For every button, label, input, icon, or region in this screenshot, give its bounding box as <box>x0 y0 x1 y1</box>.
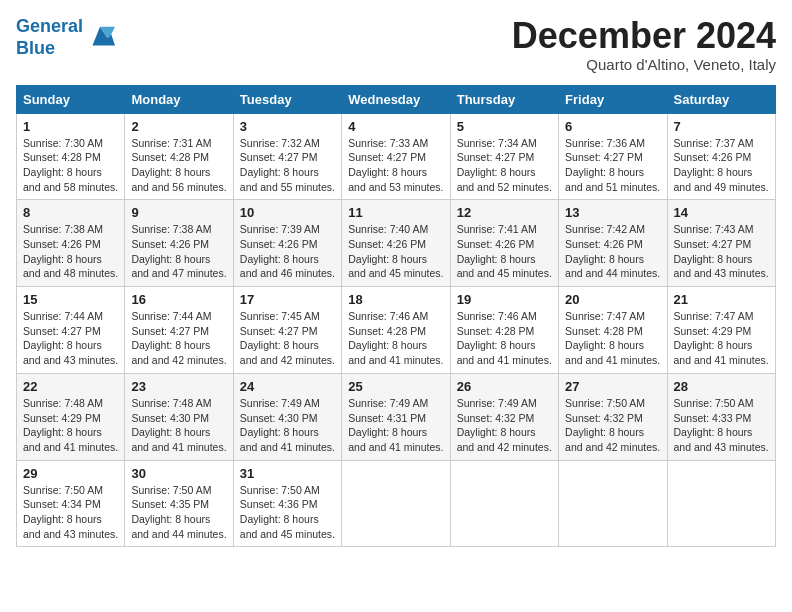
day-info: Sunrise: 7:49 AMSunset: 4:31 PMDaylight:… <box>348 396 443 455</box>
page-header: General Blue December 2024 Quarto d'Alti… <box>16 16 776 73</box>
day-info: Sunrise: 7:45 AMSunset: 4:27 PMDaylight:… <box>240 309 335 368</box>
day-info: Sunrise: 7:46 AMSunset: 4:28 PMDaylight:… <box>348 309 443 368</box>
day-info: Sunrise: 7:44 AMSunset: 4:27 PMDaylight:… <box>131 309 226 368</box>
col-tuesday: Tuesday <box>233 85 341 113</box>
calendar-week-row: 15 Sunrise: 7:44 AMSunset: 4:27 PMDaylig… <box>17 287 776 374</box>
col-wednesday: Wednesday <box>342 85 450 113</box>
table-row: 16 Sunrise: 7:44 AMSunset: 4:27 PMDaylig… <box>125 287 233 374</box>
table-row: 21 Sunrise: 7:47 AMSunset: 4:29 PMDaylig… <box>667 287 775 374</box>
table-row: 29 Sunrise: 7:50 AMSunset: 4:34 PMDaylig… <box>17 460 125 547</box>
day-number: 3 <box>240 119 335 134</box>
day-number: 16 <box>131 292 226 307</box>
col-sunday: Sunday <box>17 85 125 113</box>
table-row: 11 Sunrise: 7:40 AMSunset: 4:26 PMDaylig… <box>342 200 450 287</box>
table-row: 18 Sunrise: 7:46 AMSunset: 4:28 PMDaylig… <box>342 287 450 374</box>
day-number: 23 <box>131 379 226 394</box>
day-info: Sunrise: 7:41 AMSunset: 4:26 PMDaylight:… <box>457 222 552 281</box>
day-number: 8 <box>23 205 118 220</box>
table-row: 15 Sunrise: 7:44 AMSunset: 4:27 PMDaylig… <box>17 287 125 374</box>
table-row <box>667 460 775 547</box>
day-info: Sunrise: 7:49 AMSunset: 4:30 PMDaylight:… <box>240 396 335 455</box>
table-row: 9 Sunrise: 7:38 AMSunset: 4:26 PMDayligh… <box>125 200 233 287</box>
logo: General Blue <box>16 16 115 59</box>
day-info: Sunrise: 7:34 AMSunset: 4:27 PMDaylight:… <box>457 136 552 195</box>
table-row: 7 Sunrise: 7:37 AMSunset: 4:26 PMDayligh… <box>667 113 775 200</box>
day-number: 27 <box>565 379 660 394</box>
table-row: 24 Sunrise: 7:49 AMSunset: 4:30 PMDaylig… <box>233 373 341 460</box>
day-number: 5 <box>457 119 552 134</box>
calendar-header-row: Sunday Monday Tuesday Wednesday Thursday… <box>17 85 776 113</box>
table-row: 17 Sunrise: 7:45 AMSunset: 4:27 PMDaylig… <box>233 287 341 374</box>
day-info: Sunrise: 7:50 AMSunset: 4:34 PMDaylight:… <box>23 483 118 542</box>
day-info: Sunrise: 7:30 AMSunset: 4:28 PMDaylight:… <box>23 136 118 195</box>
day-number: 22 <box>23 379 118 394</box>
day-number: 31 <box>240 466 335 481</box>
day-info: Sunrise: 7:50 AMSunset: 4:33 PMDaylight:… <box>674 396 769 455</box>
day-info: Sunrise: 7:50 AMSunset: 4:36 PMDaylight:… <box>240 483 335 542</box>
day-number: 4 <box>348 119 443 134</box>
day-number: 28 <box>674 379 769 394</box>
table-row: 28 Sunrise: 7:50 AMSunset: 4:33 PMDaylig… <box>667 373 775 460</box>
day-info: Sunrise: 7:50 AMSunset: 4:32 PMDaylight:… <box>565 396 660 455</box>
day-info: Sunrise: 7:36 AMSunset: 4:27 PMDaylight:… <box>565 136 660 195</box>
table-row: 26 Sunrise: 7:49 AMSunset: 4:32 PMDaylig… <box>450 373 558 460</box>
day-number: 14 <box>674 205 769 220</box>
day-info: Sunrise: 7:38 AMSunset: 4:26 PMDaylight:… <box>23 222 118 281</box>
table-row: 23 Sunrise: 7:48 AMSunset: 4:30 PMDaylig… <box>125 373 233 460</box>
day-info: Sunrise: 7:43 AMSunset: 4:27 PMDaylight:… <box>674 222 769 281</box>
logo-blue: Blue <box>16 38 55 58</box>
table-row <box>559 460 667 547</box>
day-number: 1 <box>23 119 118 134</box>
day-info: Sunrise: 7:40 AMSunset: 4:26 PMDaylight:… <box>348 222 443 281</box>
month-title: December 2024 <box>512 16 776 56</box>
table-row: 6 Sunrise: 7:36 AMSunset: 4:27 PMDayligh… <box>559 113 667 200</box>
day-info: Sunrise: 7:42 AMSunset: 4:26 PMDaylight:… <box>565 222 660 281</box>
table-row <box>342 460 450 547</box>
location-title: Quarto d'Altino, Veneto, Italy <box>512 56 776 73</box>
table-row: 13 Sunrise: 7:42 AMSunset: 4:26 PMDaylig… <box>559 200 667 287</box>
col-saturday: Saturday <box>667 85 775 113</box>
day-info: Sunrise: 7:48 AMSunset: 4:30 PMDaylight:… <box>131 396 226 455</box>
title-block: December 2024 Quarto d'Altino, Veneto, I… <box>512 16 776 73</box>
table-row: 10 Sunrise: 7:39 AMSunset: 4:26 PMDaylig… <box>233 200 341 287</box>
logo-general: General <box>16 16 83 36</box>
day-info: Sunrise: 7:47 AMSunset: 4:29 PMDaylight:… <box>674 309 769 368</box>
logo-icon <box>85 23 115 53</box>
day-number: 30 <box>131 466 226 481</box>
day-number: 12 <box>457 205 552 220</box>
day-number: 26 <box>457 379 552 394</box>
day-number: 25 <box>348 379 443 394</box>
day-number: 18 <box>348 292 443 307</box>
col-monday: Monday <box>125 85 233 113</box>
calendar-week-row: 22 Sunrise: 7:48 AMSunset: 4:29 PMDaylig… <box>17 373 776 460</box>
day-info: Sunrise: 7:47 AMSunset: 4:28 PMDaylight:… <box>565 309 660 368</box>
table-row: 5 Sunrise: 7:34 AMSunset: 4:27 PMDayligh… <box>450 113 558 200</box>
col-friday: Friday <box>559 85 667 113</box>
day-number: 21 <box>674 292 769 307</box>
table-row: 1 Sunrise: 7:30 AMSunset: 4:28 PMDayligh… <box>17 113 125 200</box>
day-number: 9 <box>131 205 226 220</box>
table-row: 12 Sunrise: 7:41 AMSunset: 4:26 PMDaylig… <box>450 200 558 287</box>
table-row: 25 Sunrise: 7:49 AMSunset: 4:31 PMDaylig… <box>342 373 450 460</box>
calendar-week-row: 1 Sunrise: 7:30 AMSunset: 4:28 PMDayligh… <box>17 113 776 200</box>
day-number: 6 <box>565 119 660 134</box>
calendar-week-row: 8 Sunrise: 7:38 AMSunset: 4:26 PMDayligh… <box>17 200 776 287</box>
calendar-week-row: 29 Sunrise: 7:50 AMSunset: 4:34 PMDaylig… <box>17 460 776 547</box>
day-info: Sunrise: 7:38 AMSunset: 4:26 PMDaylight:… <box>131 222 226 281</box>
day-info: Sunrise: 7:32 AMSunset: 4:27 PMDaylight:… <box>240 136 335 195</box>
day-info: Sunrise: 7:44 AMSunset: 4:27 PMDaylight:… <box>23 309 118 368</box>
day-info: Sunrise: 7:33 AMSunset: 4:27 PMDaylight:… <box>348 136 443 195</box>
table-row: 2 Sunrise: 7:31 AMSunset: 4:28 PMDayligh… <box>125 113 233 200</box>
day-number: 17 <box>240 292 335 307</box>
day-number: 29 <box>23 466 118 481</box>
day-number: 7 <box>674 119 769 134</box>
table-row: 4 Sunrise: 7:33 AMSunset: 4:27 PMDayligh… <box>342 113 450 200</box>
day-number: 11 <box>348 205 443 220</box>
table-row: 14 Sunrise: 7:43 AMSunset: 4:27 PMDaylig… <box>667 200 775 287</box>
day-info: Sunrise: 7:50 AMSunset: 4:35 PMDaylight:… <box>131 483 226 542</box>
table-row <box>450 460 558 547</box>
table-row: 27 Sunrise: 7:50 AMSunset: 4:32 PMDaylig… <box>559 373 667 460</box>
day-info: Sunrise: 7:46 AMSunset: 4:28 PMDaylight:… <box>457 309 552 368</box>
col-thursday: Thursday <box>450 85 558 113</box>
table-row: 19 Sunrise: 7:46 AMSunset: 4:28 PMDaylig… <box>450 287 558 374</box>
